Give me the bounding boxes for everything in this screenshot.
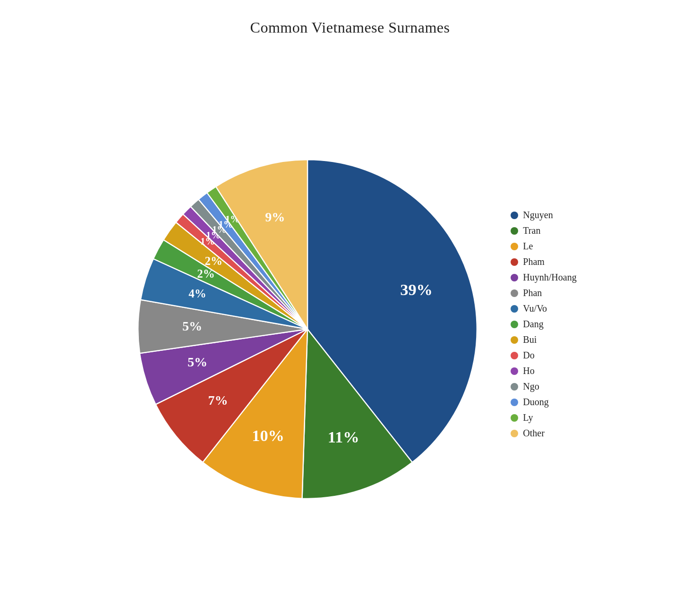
legend-label: Ngo bbox=[523, 381, 539, 392]
legend-dot bbox=[511, 352, 518, 359]
legend-dot bbox=[511, 336, 518, 344]
pie-label-vu-vo: 4% bbox=[189, 287, 206, 300]
legend-label: Ly bbox=[523, 412, 533, 423]
legend-dot bbox=[511, 289, 518, 297]
legend-label: Other bbox=[523, 428, 545, 439]
legend-label: Do bbox=[523, 350, 534, 361]
legend-label: Duong bbox=[523, 397, 548, 408]
legend-item: Ho bbox=[511, 366, 576, 376]
pie-label-other: 9% bbox=[265, 210, 285, 224]
legend-dot bbox=[511, 305, 518, 313]
legend-dot bbox=[511, 321, 518, 328]
legend-item: Nguyen bbox=[511, 210, 576, 221]
chart-container: Common Vietnamese Surnames 39%11%10%7%5%… bbox=[0, 0, 700, 612]
pie-label-tran: 11% bbox=[328, 427, 359, 445]
pie-label-le: 10% bbox=[252, 426, 285, 444]
legend-item: Pham bbox=[511, 256, 576, 267]
pie-chart: 39%11%10%7%5%5%4%2%2%1%1%1%1%1%9% bbox=[123, 145, 492, 513]
legend-item: Bui bbox=[511, 334, 576, 345]
legend-dot bbox=[511, 383, 518, 391]
legend-dot bbox=[511, 430, 518, 437]
chart-body: 39%11%10%7%5%5%4%2%2%1%1%1%1%1%9% Nguyen… bbox=[0, 46, 700, 612]
legend-label: Le bbox=[523, 241, 533, 252]
legend-label: Dang bbox=[523, 319, 543, 330]
legend-item: Huynh/Hoang bbox=[511, 272, 576, 283]
legend-item: Other bbox=[511, 428, 576, 439]
legend-label: Vu/Vo bbox=[523, 303, 547, 314]
legend-dot bbox=[511, 367, 518, 375]
pie-label-nguyen: 39% bbox=[401, 280, 433, 298]
legend-label: Phan bbox=[523, 288, 542, 298]
legend-dot bbox=[511, 258, 518, 266]
legend-item: Tran bbox=[511, 225, 576, 236]
pie-label-pham: 7% bbox=[208, 393, 228, 408]
legend-dot bbox=[511, 212, 518, 219]
legend-item: Vu/Vo bbox=[511, 303, 576, 314]
legend-dot bbox=[511, 399, 518, 406]
pie-label-huynh-hoang: 5% bbox=[188, 354, 207, 369]
legend-dot bbox=[511, 243, 518, 250]
legend-label: Tran bbox=[523, 225, 540, 236]
chart-title: Common Vietnamese Surnames bbox=[250, 19, 450, 36]
legend-label: Pham bbox=[523, 256, 545, 267]
legend-item: Duong bbox=[511, 397, 576, 408]
legend-label: Nguyen bbox=[523, 210, 553, 221]
legend-item: Dang bbox=[511, 319, 576, 330]
legend-item: Ngo bbox=[511, 381, 576, 392]
legend: Nguyen Tran Le Pham Huynh/Hoang Phan Vu/… bbox=[511, 210, 576, 439]
legend-item: Phan bbox=[511, 288, 576, 298]
legend-item: Le bbox=[511, 241, 576, 252]
legend-item: Ly bbox=[511, 412, 576, 423]
legend-label: Bui bbox=[523, 334, 537, 345]
legend-label: Ho bbox=[523, 366, 534, 376]
legend-item: Do bbox=[511, 350, 576, 361]
pie-label-phan: 5% bbox=[182, 318, 202, 333]
legend-dot bbox=[511, 414, 518, 422]
legend-dot bbox=[511, 274, 518, 281]
legend-dot bbox=[511, 227, 518, 235]
legend-label: Huynh/Hoang bbox=[523, 272, 576, 283]
